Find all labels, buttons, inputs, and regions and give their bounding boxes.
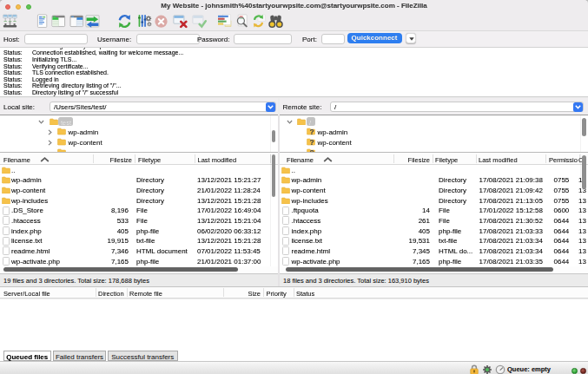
message-log[interactable]: Status:Connecting to startyourwpsite.com… <box>0 48 588 97</box>
local-tree-scrollbar-thumb[interactable] <box>272 130 276 142</box>
column-separator[interactable] <box>476 154 477 163</box>
column-header-last-modified[interactable]: Last modified <box>479 156 518 164</box>
column-header-filename[interactable]: Filename <box>287 156 314 164</box>
file-row[interactable]: license.txt19,915txt-file13/12/2021 15:2… <box>0 236 278 246</box>
password-input[interactable] <box>234 34 292 44</box>
column-header-filesize[interactable]: Filesize <box>393 156 430 164</box>
remote-site-combobox[interactable]: / <box>330 102 584 113</box>
file-search-icon[interactable] <box>235 14 249 29</box>
column-separator[interactable] <box>96 288 96 297</box>
file-row[interactable]: .DS_Store8,196File17/01/2022 16:49:04 <box>0 206 278 216</box>
column-separator[interactable] <box>195 154 195 163</box>
queue-column-header-priority[interactable]: Priority <box>267 290 287 298</box>
disconnect-icon[interactable] <box>173 14 188 29</box>
directory-filter-icon[interactable] <box>217 14 232 29</box>
remote-tree-toggle-icon[interactable] <box>69 14 84 29</box>
quickconnect-dropdown-button[interactable] <box>406 33 416 43</box>
file-row[interactable]: license.txt19,531txt-file17/08/2021 21:0… <box>280 236 588 246</box>
remote-tree-scrollbar-thumb[interactable] <box>582 118 586 136</box>
tab-successful-transfers[interactable]: Successful transfers <box>108 351 179 362</box>
local-list-scrollbar-thumb[interactable] <box>272 154 276 197</box>
synchronized-browsing-icon[interactable] <box>251 14 266 29</box>
local-directory-tree[interactable]: testwp-adminwp-content <box>0 115 278 153</box>
file-row[interactable]: wp-adminDirectory13/12/2021 15:21:27 <box>0 175 278 186</box>
file-row[interactable]: wp-contentDirectory21/01/2022 11:28:24 <box>0 185 278 195</box>
tree-item[interactable]: wp-admin <box>0 127 278 137</box>
speed-limit-gear-icon[interactable] <box>482 364 492 374</box>
file-row[interactable]: .htaccess533File13/12/2021 15:21:04 <box>0 216 278 226</box>
queue-column-header-server-local-file[interactable]: Server/Local file <box>3 290 50 298</box>
local-site-combobox[interactable]: /Users/Sites/test/ <box>50 102 276 113</box>
file-row[interactable]: wp-adminDirectory17/08/2021 21:09:380755… <box>280 175 588 186</box>
column-separator[interactable] <box>545 154 546 163</box>
file-row[interactable]: readme.html7,346HTML document07/01/2022 … <box>0 246 278 257</box>
log-line: Status:Retrieving directory listing of "… <box>0 82 588 89</box>
file-row[interactable]: .. <box>280 165 588 175</box>
column-separator[interactable] <box>135 154 135 163</box>
file-row[interactable]: wp-contentDirectory17/08/2021 21:09:4207… <box>280 185 588 195</box>
tree-item[interactable]: / <box>280 117 588 128</box>
column-separator[interactable] <box>127 288 128 297</box>
column-header-filename[interactable]: Filename <box>3 156 30 164</box>
column-separator[interactable] <box>433 154 433 163</box>
transfer-queue-toggle-icon[interactable] <box>85 14 100 29</box>
file-permissions: 0644 <box>554 237 570 245</box>
file-row[interactable]: index.php405php-file17/08/2021 21:03:330… <box>280 226 588 236</box>
tree-item[interactable]: ?wp-admin <box>280 127 588 137</box>
local-site-dropdown-button[interactable] <box>266 102 275 112</box>
queue-column-header-size[interactable]: Size <box>226 290 261 298</box>
tree-item[interactable]: test <box>0 117 278 128</box>
tree-item[interactable]: ?wp-content <box>280 137 588 148</box>
remote-file-list: ..wp-adminDirectory17/08/2021 21:09:3807… <box>280 165 588 266</box>
remote-site-dropdown-button[interactable] <box>573 102 583 112</box>
tab-label: Failed transfers <box>54 351 105 361</box>
quickconnect-button[interactable]: Quickconnect <box>347 33 402 43</box>
chevron-right-icon[interactable] <box>48 129 52 135</box>
file-row[interactable]: .htaccess261File17/08/2021 21:30:5206441… <box>280 216 588 226</box>
column-header-filetype[interactable]: Filetype <box>138 156 161 164</box>
chevron-right-icon[interactable] <box>48 140 52 146</box>
queue-column-header-status[interactable]: Status <box>296 290 314 298</box>
column-separator[interactable] <box>223 288 224 297</box>
file-row[interactable]: readme.html7,345HTML do...17/08/2021 21:… <box>280 246 588 257</box>
port-input[interactable] <box>321 34 345 44</box>
tab-failed-transfers[interactable]: Failed transfers <box>53 351 106 362</box>
message-log-toggle-icon[interactable] <box>35 14 50 29</box>
queue-column-header-remote-file[interactable]: Remote file <box>129 290 162 298</box>
transfer-queue-header: Server/Local fileDirectionRemote fileSiz… <box>0 286 588 299</box>
remote-directory-tree[interactable]: /?wp-admin?wp-content? <box>280 115 588 153</box>
chevron-down-icon[interactable] <box>38 120 44 124</box>
file-size: 7,165 <box>378 258 430 266</box>
tree-item[interactable]: wp-content <box>0 137 278 148</box>
queue-column-header-direction[interactable]: Direction <box>98 290 124 298</box>
local-list-hscrollbar-thumb[interactable] <box>3 267 238 272</box>
host-input[interactable] <box>24 34 88 44</box>
local-pane-status-bar: 19 files and 3 directories. Total size: … <box>0 273 278 287</box>
file-row[interactable]: .ftpquota14File17/01/2022 15:12:58060013 <box>280 206 588 216</box>
column-separator[interactable] <box>294 288 294 297</box>
site-manager-icon[interactable] <box>3 14 17 29</box>
file-row[interactable]: wp-includesDirectory17/08/2021 21:13:050… <box>280 195 588 206</box>
remote-list-scrollbar-thumb[interactable] <box>582 155 586 189</box>
file-row[interactable]: wp-activate.php7,165php-file17/08/2021 2… <box>280 256 588 266</box>
chevron-down-icon[interactable] <box>287 120 293 124</box>
file-name: wp-activate.php <box>11 258 60 266</box>
file-row[interactable]: .. <box>0 165 278 175</box>
column-header-filesize[interactable]: Filesize <box>93 156 132 164</box>
file-name: wp-includes <box>292 197 328 205</box>
directory-comparison-icon[interactable] <box>268 14 283 29</box>
column-header-last-modified[interactable]: Last modified <box>198 156 237 164</box>
process-queue-icon[interactable] <box>137 14 152 29</box>
file-row[interactable]: index.php405php-file06/02/2020 06:33:12 <box>0 226 278 236</box>
column-header-filetype[interactable]: Filetype <box>435 156 458 164</box>
refresh-icon[interactable] <box>117 14 132 29</box>
column-header-permissions[interactable]: Permissions <box>549 156 578 164</box>
file-row[interactable]: wp-includesDirectory13/12/2021 15:21:28 <box>0 195 278 206</box>
remote-list-hscrollbar-thumb[interactable] <box>286 267 553 272</box>
username-input[interactable] <box>136 34 200 44</box>
column-separator[interactable] <box>263 288 264 297</box>
local-tree-toggle-icon[interactable] <box>51 14 66 29</box>
tab-queued-files[interactable]: Queued files <box>3 351 52 362</box>
transfer-queue-body[interactable] <box>0 299 588 350</box>
file-row[interactable]: wp-activate.php7,165php-file21/01/2021 0… <box>0 256 278 266</box>
